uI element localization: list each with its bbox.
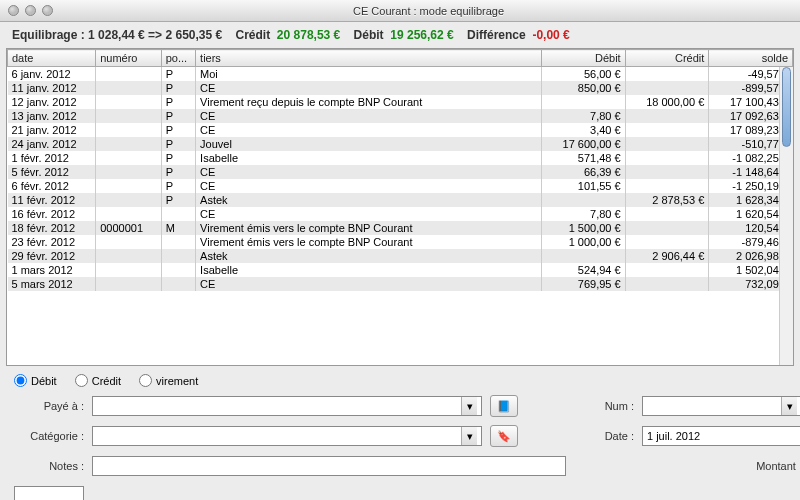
table-row[interactable]: 1 févr. 2012PIsabelle571,48 €-1 082,25 € xyxy=(8,151,793,165)
montant-field[interactable] xyxy=(14,486,84,500)
scrollbar-thumb[interactable] xyxy=(782,67,791,147)
equilibrage-from: 1 028,44 € xyxy=(88,28,145,42)
titlebar: CE Courant : mode equilibrage xyxy=(0,0,800,22)
categorie-combo[interactable]: ▾ xyxy=(92,426,482,446)
cell-debit: 769,95 € xyxy=(542,277,626,291)
cell-numero xyxy=(96,263,162,277)
paye-combo[interactable]: ▾ xyxy=(92,396,482,416)
cell-tiers: Moi xyxy=(196,67,542,82)
cell-date: 29 févr. 2012 xyxy=(8,249,96,263)
cell-po: P xyxy=(161,165,195,179)
cell-date: 5 mars 2012 xyxy=(8,277,96,291)
cell-po: P xyxy=(161,193,195,207)
cell-date: 5 févr. 2012 xyxy=(8,165,96,179)
table-row[interactable]: 13 janv. 2012PCE7,80 €17 092,63 € xyxy=(8,109,793,123)
notes-field[interactable] xyxy=(92,456,566,476)
cell-tiers: Astek xyxy=(196,193,542,207)
vertical-scrollbar[interactable] xyxy=(779,67,793,365)
col-tiers[interactable]: tiers xyxy=(196,50,542,67)
cell-po: M xyxy=(161,221,195,235)
equilibrage-to: 2 650,35 € xyxy=(165,28,222,42)
table-row[interactable]: 11 janv. 2012PCE850,00 €-899,57 € xyxy=(8,81,793,95)
col-credit[interactable]: Crédit xyxy=(625,50,709,67)
window-title: CE Courant : mode equilibrage xyxy=(65,5,792,17)
montant-label: Montant : xyxy=(642,460,800,472)
transactions-table[interactable]: date numéro po... tiers Débit Crédit sol… xyxy=(7,49,793,291)
cell-credit xyxy=(625,137,709,151)
col-po[interactable]: po... xyxy=(161,50,195,67)
minimize-window-icon[interactable] xyxy=(25,5,36,16)
traffic-lights xyxy=(8,5,53,16)
col-debit[interactable]: Débit xyxy=(542,50,626,67)
table-row[interactable]: 1 mars 2012Isabelle524,94 €1 502,04 € xyxy=(8,263,793,277)
cell-tiers: CE xyxy=(196,123,542,137)
cell-debit xyxy=(542,193,626,207)
cell-po: P xyxy=(161,109,195,123)
transactions-table-wrap: date numéro po... tiers Débit Crédit sol… xyxy=(6,48,794,366)
cell-po xyxy=(161,249,195,263)
cell-numero xyxy=(96,123,162,137)
book-icon-button[interactable]: 📘 xyxy=(490,395,518,417)
cell-numero: 0000001 xyxy=(96,221,162,235)
radio-virement[interactable]: virement xyxy=(139,374,198,387)
cell-date: 11 janv. 2012 xyxy=(8,81,96,95)
table-row[interactable]: 11 févr. 2012PAstek2 878,53 €1 628,34 € xyxy=(8,193,793,207)
cell-tiers: Virement émis vers le compte BNP Courant xyxy=(196,221,542,235)
cell-po xyxy=(161,207,195,221)
table-row[interactable]: 5 mars 2012CE769,95 €732,09 € xyxy=(8,277,793,291)
close-window-icon[interactable] xyxy=(8,5,19,16)
radio-credit[interactable]: Crédit xyxy=(75,374,121,387)
cell-numero xyxy=(96,67,162,82)
cell-date: 24 janv. 2012 xyxy=(8,137,96,151)
table-row[interactable]: 18 févr. 20120000001MVirement émis vers … xyxy=(8,221,793,235)
table-row[interactable]: 29 févr. 2012Astek2 906,44 €2 026,98 € xyxy=(8,249,793,263)
cell-debit: 1 000,00 € xyxy=(542,235,626,249)
cell-debit: 17 600,00 € xyxy=(542,137,626,151)
col-numero[interactable]: numéro xyxy=(96,50,162,67)
date-field[interactable] xyxy=(642,426,800,446)
cell-credit xyxy=(625,263,709,277)
table-row[interactable]: 12 janv. 2012PVirement reçu depuis le co… xyxy=(8,95,793,109)
cell-tiers: CE xyxy=(196,277,542,291)
credit-value: 20 878,53 € xyxy=(277,28,340,42)
table-row[interactable]: 23 févr. 2012Virement émis vers le compt… xyxy=(8,235,793,249)
cell-po xyxy=(161,235,195,249)
summary-bar: Equilibrage : 1 028,44 € => 2 650,35 € C… xyxy=(0,22,800,48)
cell-tiers: Virement émis vers le compte BNP Courant xyxy=(196,235,542,249)
cell-credit: 2 878,53 € xyxy=(625,193,709,207)
cell-credit xyxy=(625,109,709,123)
entry-form: Payé à : ▾ 📘 Num : ▾ Catégorie : ▾ 🔖 Dat… xyxy=(0,391,800,500)
cell-numero xyxy=(96,235,162,249)
cell-po: P xyxy=(161,179,195,193)
cell-numero xyxy=(96,165,162,179)
equilibrage-arrow: => xyxy=(148,28,162,42)
num-combo[interactable]: ▾ xyxy=(642,396,800,416)
table-row[interactable]: 21 janv. 2012PCE3,40 €17 089,23 € xyxy=(8,123,793,137)
cell-date: 18 févr. 2012 xyxy=(8,221,96,235)
cell-debit: 1 500,00 € xyxy=(542,221,626,235)
cell-debit: 7,80 € xyxy=(542,207,626,221)
col-date[interactable]: date xyxy=(8,50,96,67)
tag-icon-button[interactable]: 🔖 xyxy=(490,425,518,447)
cell-credit xyxy=(625,81,709,95)
col-solde[interactable]: solde xyxy=(709,50,793,67)
chevron-down-icon: ▾ xyxy=(461,397,477,415)
cell-tiers: CE xyxy=(196,81,542,95)
cell-numero xyxy=(96,81,162,95)
debit-value: 19 256,62 € xyxy=(390,28,453,42)
cell-credit xyxy=(625,277,709,291)
cell-po xyxy=(161,263,195,277)
num-label: Num : xyxy=(574,400,634,412)
cell-date: 6 févr. 2012 xyxy=(8,179,96,193)
zoom-window-icon[interactable] xyxy=(42,5,53,16)
cell-date: 21 janv. 2012 xyxy=(8,123,96,137)
table-row[interactable]: 24 janv. 2012PJouvel17 600,00 €-510,77 € xyxy=(8,137,793,151)
table-row[interactable]: 6 févr. 2012PCE101,55 €-1 250,19 € xyxy=(8,179,793,193)
table-row[interactable]: 16 févr. 2012CE7,80 €1 620,54 € xyxy=(8,207,793,221)
table-row[interactable]: 5 févr. 2012PCE66,39 €-1 148,64 € xyxy=(8,165,793,179)
cell-numero xyxy=(96,207,162,221)
table-row[interactable]: 6 janv. 2012PMoi56,00 €-49,57 € xyxy=(8,67,793,82)
radio-debit[interactable]: Débit xyxy=(14,374,57,387)
cell-numero xyxy=(96,95,162,109)
cell-debit: 56,00 € xyxy=(542,67,626,82)
